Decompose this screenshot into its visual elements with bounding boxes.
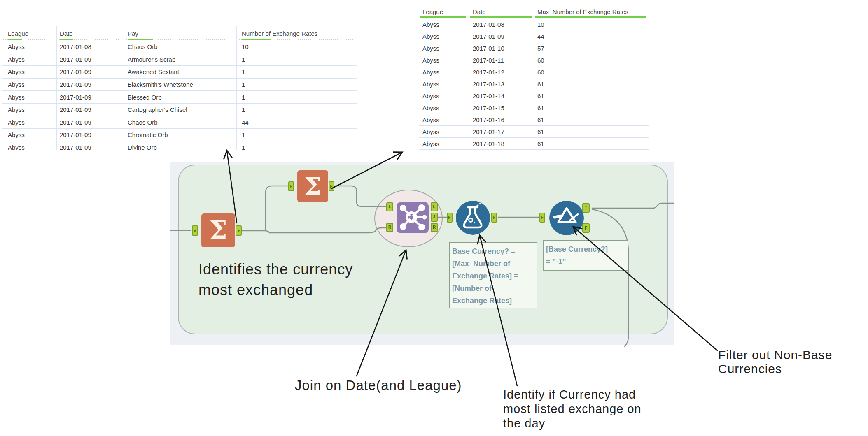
table-cell[interactable]: 2017-01-18: [469, 138, 534, 149]
input-anchor[interactable]: [539, 213, 545, 223]
table-cell[interactable]: Abyss: [2, 116, 56, 129]
table-cell[interactable]: Abyss: [419, 138, 469, 149]
table-cell[interactable]: 2017-01-14: [469, 90, 534, 102]
table-cell[interactable]: 2017-01-12: [469, 66, 534, 78]
table-row[interactable]: Abyss2017-01-08Chaos Orb10: [2, 41, 357, 53]
column-header[interactable]: Number of Exchange Rates: [236, 26, 357, 41]
table-cell[interactable]: 2017-01-09: [56, 53, 124, 66]
table-row[interactable]: Abyss2017-01-09Blacksmith's Whetstone1: [2, 79, 357, 91]
table-cell[interactable]: Awakened Sextant: [124, 66, 236, 78]
table-cell[interactable]: 61: [534, 102, 649, 114]
output-anchor[interactable]: [329, 181, 334, 191]
table-cell[interactable]: 2017-01-08: [56, 41, 124, 53]
table-row[interactable]: Abyss2017-01-1057: [419, 42, 649, 54]
table-row[interactable]: Abyss2017-01-1260: [419, 66, 649, 78]
table-row[interactable]: Abyss2017-01-1160: [419, 54, 649, 66]
join-tool[interactable]: [397, 202, 429, 233]
table-cell[interactable]: 2017-01-09: [56, 116, 124, 129]
table-cell[interactable]: 2017-01-17: [469, 126, 534, 137]
table-cell[interactable]: 1: [236, 79, 357, 91]
table-cell[interactable]: Abyss: [419, 66, 469, 78]
column-header[interactable]: League: [2, 26, 56, 41]
join-output-anchor-L[interactable]: L: [431, 202, 438, 211]
table-cell[interactable]: 2017-01-09: [56, 79, 124, 91]
table-cell[interactable]: 2017-01-09: [469, 30, 534, 42]
formula-annotation[interactable]: Base Currency? = [Max_Number of Exchange…: [449, 242, 537, 308]
table-cell[interactable]: 2017-01-13: [469, 78, 534, 90]
table-row[interactable]: Abyss2017-01-1461: [419, 90, 649, 102]
table-cell[interactable]: Abyss: [2, 41, 56, 53]
table-cell[interactable]: Chaos Orb: [124, 116, 236, 129]
table-cell[interactable]: Abyss: [419, 54, 469, 66]
table-cell[interactable]: 1: [236, 91, 357, 103]
join-input-anchor-R[interactable]: R: [386, 223, 393, 232]
table-cell[interactable]: Cartographer's Chisel: [124, 104, 236, 116]
table-row[interactable]: Abyss2017-01-09Armourer's Scrap1: [2, 53, 357, 66]
table-cell[interactable]: Blacksmith's Whetstone: [124, 79, 236, 91]
table-cell[interactable]: Abyss: [2, 66, 56, 78]
table-cell[interactable]: 61: [534, 114, 649, 125]
table-cell[interactable]: 57: [534, 42, 649, 54]
table-row[interactable]: Abyss2017-01-09Divine Orb1: [2, 141, 357, 150]
table-row[interactable]: Abyss2017-01-0944: [419, 30, 649, 42]
output-anchor[interactable]: [491, 213, 497, 223]
input-anchor[interactable]: [192, 225, 198, 236]
filter-output-anchor-F[interactable]: F: [582, 223, 590, 233]
table-cell[interactable]: 61: [534, 90, 649, 102]
filter-output-anchor-T[interactable]: T: [582, 203, 590, 213]
table-cell[interactable]: 2017-01-09: [56, 104, 124, 116]
table-cell[interactable]: 1: [236, 53, 357, 66]
table-cell[interactable]: 10: [534, 19, 649, 30]
table-cell[interactable]: 61: [534, 126, 649, 137]
table-row[interactable]: Abyss2017-01-1561: [419, 102, 649, 114]
formula-tool[interactable]: [456, 201, 490, 235]
table-cell[interactable]: Armourer's Scrap: [124, 53, 236, 66]
table-row[interactable]: Abyss2017-01-09Awakened Sextant1: [2, 66, 357, 79]
table-cell[interactable]: 1: [236, 104, 357, 116]
filter-annotation[interactable]: [Base Currency?] = "-1": [543, 240, 628, 271]
table-cell[interactable]: Abyss: [2, 53, 56, 66]
table-cell[interactable]: 61: [534, 78, 649, 90]
column-header[interactable]: Pay: [124, 26, 236, 41]
column-header[interactable]: Date: [56, 26, 124, 41]
table-cell[interactable]: 61: [534, 138, 649, 149]
table-cell[interactable]: Abyss: [2, 91, 56, 103]
table-row[interactable]: Abyss2017-01-1761: [419, 126, 649, 138]
column-header[interactable]: Max_Number of Exchange Rates: [534, 5, 649, 19]
table-cell[interactable]: Abyss: [419, 114, 469, 125]
table-cell[interactable]: 2017-01-10: [469, 42, 534, 54]
filter-tool[interactable]: [549, 201, 584, 235]
input-anchor[interactable]: [288, 181, 294, 191]
table-cell[interactable]: Abyss: [419, 78, 469, 90]
table-cell[interactable]: Abyss: [2, 79, 56, 91]
table-cell[interactable]: 10: [236, 41, 357, 53]
table-cell[interactable]: 44: [534, 30, 649, 42]
table-cell[interactable]: Abyss: [2, 104, 56, 116]
table-row[interactable]: Abyss2017-01-09Blessed Orb1: [2, 91, 357, 104]
table-cell[interactable]: Abyss: [2, 129, 56, 141]
table-cell[interactable]: 44: [236, 116, 357, 129]
input-anchor[interactable]: [447, 213, 453, 223]
table-row[interactable]: Abyss2017-01-09Chromatic Orb1: [2, 129, 357, 141]
table-cell[interactable]: Abyss: [419, 19, 469, 30]
column-header[interactable]: Date: [469, 5, 534, 19]
table-cell[interactable]: Chaos Orb: [124, 41, 236, 53]
table-cell[interactable]: 1: [236, 129, 357, 141]
column-header[interactable]: League: [419, 5, 469, 19]
table-row[interactable]: Abyss2017-01-1361: [419, 78, 649, 90]
table-cell[interactable]: 2017-01-09: [56, 129, 124, 141]
output-anchor[interactable]: [236, 225, 242, 236]
table-cell[interactable]: Abyss: [419, 42, 469, 54]
summarize-tool-2[interactable]: Σ: [297, 170, 328, 202]
table-cell[interactable]: Chromatic Orb: [124, 129, 236, 141]
table-cell[interactable]: Abyss: [2, 141, 56, 150]
table-cell[interactable]: 2017-01-09: [56, 66, 124, 78]
table-cell[interactable]: Blessed Orb: [124, 91, 236, 103]
join-input-anchor-L[interactable]: L: [386, 202, 393, 211]
table-cell[interactable]: 2017-01-11: [469, 54, 534, 66]
join-output-anchor-J[interactable]: J: [431, 213, 438, 222]
table-cell[interactable]: 2017-01-09: [56, 141, 124, 150]
table-cell[interactable]: Abyss: [419, 30, 469, 42]
table-cell[interactable]: 60: [534, 66, 649, 78]
table-row[interactable]: Abyss2017-01-1861: [419, 138, 649, 150]
